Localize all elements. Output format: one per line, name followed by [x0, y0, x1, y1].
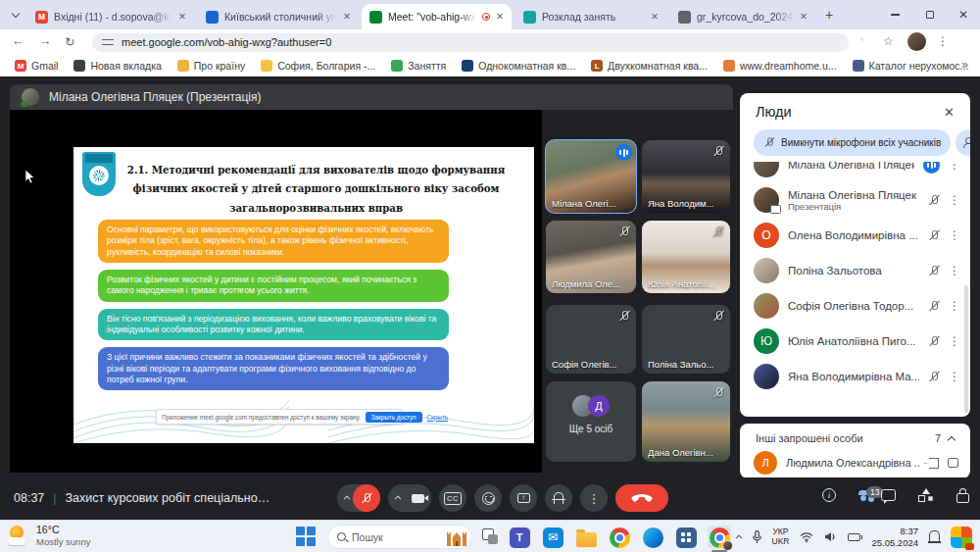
video-tile[interactable]: Яна Володим...	[642, 140, 730, 213]
reactions-button[interactable]	[474, 484, 502, 512]
more-options-button[interactable]: ⋮	[580, 484, 608, 512]
invitee-row[interactable]: Л Людмила Олександрівна ...	[740, 448, 970, 475]
more-options-icon[interactable]: ⋮	[949, 334, 958, 348]
message-icon[interactable]	[948, 458, 958, 468]
tab-close-icon[interactable]: ✕	[800, 12, 808, 22]
video-tile[interactable]: Мілана Олегі...	[546, 140, 636, 213]
back-button[interactable]: ←	[12, 34, 24, 48]
bookmarks-overflow-icon[interactable]: »	[961, 58, 968, 72]
participant-row[interactable]: Мілана Олегівна Пляцек ⋮	[740, 162, 970, 182]
volume-icon[interactable]	[824, 531, 837, 542]
bookmark-item[interactable]: www.dreamhome.u...	[716, 60, 844, 72]
video-tile[interactable]: Дана Олегівн...	[642, 381, 730, 462]
browser-tab[interactable]: M Вхідні (11) - d.sopova@kubg.ec ✕	[27, 4, 194, 29]
notifications-icon[interactable]	[929, 530, 940, 541]
calculator-app-icon[interactable]	[674, 526, 698, 549]
site-settings-icon[interactable]	[102, 37, 114, 47]
more-options-icon[interactable]: ⋮	[949, 370, 958, 383]
captions-button[interactable]: CC	[439, 484, 466, 512]
host-controls-icon[interactable]	[956, 488, 968, 502]
participant-avatar	[754, 187, 779, 213]
reload-button[interactable]: ↻	[65, 34, 74, 49]
bookmark-item[interactable]: Новая вкладка	[67, 60, 168, 72]
hide-notice-link[interactable]: Скрыть	[427, 414, 449, 421]
bookmark-item[interactable]: L Двухкомнатная ква...	[584, 60, 714, 72]
browser-tab[interactable]: Meet: "vob-ahig-wxg" ✕	[362, 4, 512, 29]
window-minimize-button[interactable]	[878, 0, 911, 29]
bookmark-item[interactable]: M Gmail	[8, 60, 65, 72]
tray-mic-icon[interactable]	[753, 530, 761, 543]
profile-avatar[interactable]	[907, 32, 926, 51]
participant-row[interactable]: Яна Володимирівна Ма... ⋮	[740, 359, 970, 394]
more-options-icon[interactable]: ⋮	[949, 264, 958, 277]
camera-toggle-button[interactable]	[404, 484, 431, 512]
widgets-app-icon[interactable]	[951, 527, 972, 548]
new-tab-button[interactable]: +	[825, 8, 833, 22]
participant-row[interactable]: Поліна Зальотова ⋮	[740, 253, 970, 288]
bookmark-item[interactable]: София, Болгария -...	[254, 60, 382, 72]
meeting-details-icon[interactable]: i	[822, 488, 836, 502]
battery-icon[interactable]	[848, 533, 860, 541]
forward-button[interactable]: →	[39, 34, 52, 48]
video-tile[interactable]: Поліна Зальо...	[642, 305, 730, 374]
raise-hand-button[interactable]	[545, 484, 572, 512]
mic-options-chevron-icon[interactable]	[344, 496, 351, 503]
collapse-section-icon[interactable]	[948, 435, 956, 443]
browser-menu-icon[interactable]: ⋮	[937, 34, 949, 48]
activities-icon[interactable]	[918, 488, 934, 502]
participant-row[interactable]: Мілана Олегівна Пляцек Презентація ⋮	[740, 182, 970, 218]
chat-icon[interactable]	[881, 489, 896, 501]
bookmark-star-icon[interactable]: ☆	[883, 34, 894, 48]
close-panel-icon[interactable]: ✕	[944, 105, 955, 120]
participant-row[interactable]: О Олена Володимирівна ... ⋮	[740, 218, 970, 253]
browser-tab[interactable]: Київський столичний універси ✕	[198, 4, 359, 29]
browser-tab[interactable]: gr_kyrcova_do_2024.pdf ✕	[670, 4, 815, 29]
more-options-icon[interactable]: ⋮	[949, 162, 958, 172]
task-view-button[interactable]	[482, 528, 498, 544]
video-tile[interactable]: Софія Олегів...	[546, 305, 636, 374]
mic-toggle-button[interactable]	[353, 484, 380, 512]
add-people-button[interactable]	[956, 129, 970, 156]
bookmark-item[interactable]: Каталог нерухомос...	[846, 60, 976, 72]
more-options-icon[interactable]: ⋮	[949, 193, 958, 207]
camera-options-chevron-icon[interactable]	[395, 496, 402, 503]
chrome-app-icon[interactable]	[608, 526, 631, 549]
taskbar-weather-widget[interactable]: 16°C Mostly sunny	[8, 524, 90, 548]
teams-app-icon[interactable]: T	[508, 526, 531, 549]
tray-clock[interactable]: 8:37 25.05.2024	[871, 526, 918, 548]
more-options-icon[interactable]: ⋮	[949, 228, 958, 242]
mail-app-icon[interactable]: ✉	[541, 526, 564, 549]
more-options-icon[interactable]: ⋮	[949, 299, 958, 313]
file-explorer-icon[interactable]	[574, 526, 598, 549]
tray-expand-icon[interactable]	[735, 535, 742, 542]
wifi-icon[interactable]	[800, 531, 813, 542]
bookmark-item[interactable]: Про країну	[171, 60, 252, 72]
address-bar[interactable]: meet.google.com/vob-ahig-wxg?authuser=0	[92, 33, 849, 52]
tab-close-icon[interactable]: ✕	[651, 12, 659, 22]
stop-sharing-button[interactable]: Закрыть доступ	[366, 412, 422, 423]
bookmark-item[interactable]: Заняття	[384, 60, 453, 72]
tab-favicon-icon	[206, 11, 219, 24]
tab-close-icon[interactable]: ✕	[178, 12, 186, 22]
bookmark-item[interactable]: Однокомнатная кв...	[455, 60, 582, 72]
taskbar-search[interactable]: Пошук	[327, 525, 472, 549]
panel-scrollbar[interactable]	[964, 285, 968, 413]
start-button[interactable]	[296, 527, 316, 546]
participant-row[interactable]: Ю Юлія Анатоліївна Пиго... ⋮	[740, 324, 970, 359]
window-maximize-button[interactable]	[913, 0, 947, 29]
overflow-tile[interactable]: Д Ще 5 осіб	[546, 381, 636, 462]
window-close-button[interactable]: ✕	[947, 0, 980, 29]
chrome-active-window-icon[interactable]	[708, 526, 731, 549]
video-tile[interactable]: Людмила Оле...	[546, 221, 636, 293]
video-tile[interactable]: Юлія Анатолії...	[642, 221, 730, 293]
present-button[interactable]: ↑	[510, 484, 537, 512]
language-indicator[interactable]: УКР UKR	[772, 527, 790, 547]
edge-app-icon[interactable]	[641, 526, 664, 549]
tab-close-icon[interactable]: ✕	[496, 12, 504, 22]
tab-close-icon[interactable]: ✕	[343, 12, 351, 22]
mute-all-button[interactable]: Вимкнути мікрофони всіх учасників	[754, 129, 951, 156]
browser-tab[interactable]: Розклад занять ✕	[515, 4, 666, 29]
participant-row[interactable]: Софія Олегівна Тодор... ⋮	[740, 288, 970, 324]
dial-in-icon[interactable]	[929, 458, 939, 469]
leave-call-button[interactable]	[615, 484, 668, 512]
